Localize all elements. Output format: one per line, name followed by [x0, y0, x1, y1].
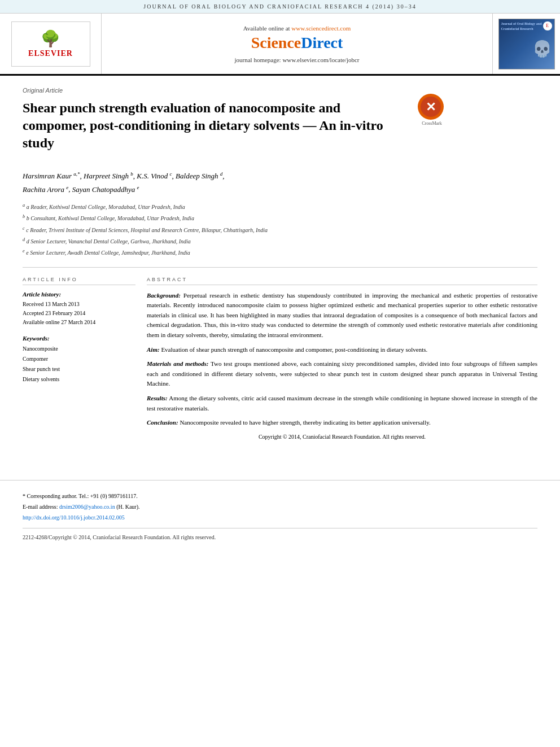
doi-link[interactable]: http://dx.doi.org/10.1016/j.jobcr.2014.0…	[23, 514, 125, 521]
abstract-methods: Materials and methods: Two test groups m…	[147, 359, 537, 389]
elsevier-tree-icon: 🌳	[41, 29, 60, 48]
aim-label: Aim:	[147, 346, 160, 353]
author-4: Baldeep Singh d	[176, 172, 222, 180]
sciencedirect-section: Available online at www.sciencedirect.co…	[102, 14, 492, 74]
affiliation-b: b b Consultant, Kothiwal Dental College,…	[23, 213, 537, 223]
received-date: Received 13 March 2013	[23, 300, 135, 309]
two-column-section: ARTICLE INFO Article history: Received 1…	[23, 267, 537, 446]
journal-homepage-text: journal homepage: www.elsevier.com/locat…	[234, 56, 359, 63]
abstract-heading: ABSTRACT	[147, 277, 537, 285]
doi-link-line: http://dx.doi.org/10.1016/j.jobcr.2014.0…	[23, 513, 537, 522]
abstract-conclusion: Conclusion: Nanocomposite revealed to ha…	[147, 418, 537, 428]
article-body: Original Article Shear punch strength ev…	[0, 76, 560, 457]
footer-area: * Corresponding author. Tel.: +91 (0) 98…	[0, 480, 560, 555]
affiliations: a a Reader, Kothiwal Dental College, Mor…	[23, 202, 537, 258]
background-label: Background:	[147, 292, 181, 299]
article-history: Article history: Received 13 March 2013 …	[23, 291, 135, 327]
crossmark-label: CrossMark	[418, 121, 446, 126]
elsevier-logo-box: 🌳 ELSEVIER	[11, 21, 90, 67]
abstract-copyright: Copyright © 2014, Craniofacial Research …	[147, 433, 537, 442]
journal-cover-image: 💀	[501, 32, 552, 67]
keywords-section: Keywords: Nanocomposite Compomer Shear p…	[23, 335, 135, 385]
email-link[interactable]: drsim2006@yahoo.co.in	[59, 504, 115, 510]
corresponding-author-note: * Corresponding author. Tel.: +91 (0) 98…	[23, 492, 537, 501]
aim-text: Evaluation of shear punch strength of na…	[161, 346, 427, 353]
sciencedirect-url[interactable]: www.sciencedirect.com	[291, 25, 351, 32]
journal-cover-section: Journal of Oral Biology and Craniofacial…	[492, 14, 560, 74]
sciencedirect-logo: ScienceDirect	[251, 34, 343, 52]
authors-list: Harsimran Kaur a,*, Harpreet Singh b, K.…	[23, 169, 537, 196]
article-history-title: Article history:	[23, 291, 135, 298]
journal-bar: JOURNAL OF ORAL BIOLOGY AND CRANIOFACIAL…	[0, 0, 560, 14]
abstract-results: Results: Among the dietary solvents, cit…	[147, 394, 537, 413]
elsevier-wordmark: ELSEVIER	[28, 49, 73, 58]
abstract-text: Background: Perpetual research in esthet…	[147, 291, 537, 442]
article-info-column: ARTICLE INFO Article history: Received 1…	[23, 277, 135, 446]
crossmark-badge: ✕ CrossMark	[418, 94, 446, 122]
email-line: E-mail address: drsim2006@yahoo.co.in (H…	[23, 503, 537, 512]
abstract-background: Background: Perpetual research in esthet…	[147, 291, 537, 340]
author-6: Sayan Chatopaddhya e	[72, 185, 139, 194]
journal-cover: Journal of Oral Biology and Craniofacial…	[498, 19, 555, 69]
available-online-date: Available online 27 March 2014	[23, 318, 135, 327]
available-online-text: Available online at www.sciencedirect.co…	[243, 25, 351, 32]
keyword-3: Shear punch test	[23, 364, 135, 374]
crossmark-circle: ✕	[418, 94, 444, 120]
elsevier-small-logo: E	[543, 21, 552, 30]
abstract-column: ABSTRACT Background: Perpetual research …	[147, 277, 537, 446]
background-text: Perpetual research in esthetic dentistry…	[147, 292, 537, 338]
elsevier-logo-section: 🌳 ELSEVIER	[0, 14, 102, 74]
title-area: Shear punch strength evaluation of nanoc…	[23, 99, 537, 161]
conclusion-text: Nanocomposite revealed to have higher st…	[180, 419, 430, 426]
results-text: Among the dietary solvents, citric acid …	[147, 395, 537, 412]
skull-icon: 💀	[532, 40, 552, 58]
affiliation-d: d d Senior Lecturer, Vananchal Dental Co…	[23, 236, 537, 246]
conclusion-label: Conclusion:	[147, 419, 178, 426]
page-header: 🌳 ELSEVIER Available online at www.scien…	[0, 14, 560, 76]
author-5: Rachita Arora e	[23, 185, 68, 194]
keyword-1: Nanocomposite	[23, 344, 135, 354]
keyword-4: Dietary solvents	[23, 374, 135, 385]
email-label: E-mail address:	[23, 504, 58, 510]
author-2: Harpreet Singh b	[84, 172, 133, 180]
affiliation-a: a a Reader, Kothiwal Dental College, Mor…	[23, 202, 537, 212]
accepted-date: Accepted 23 February 2014	[23, 309, 135, 318]
author-1: Harsimran Kaur a,*	[23, 172, 80, 180]
keywords-title: Keywords:	[23, 335, 135, 342]
keyword-2: Compomer	[23, 354, 135, 364]
methods-label: Materials and methods:	[147, 360, 209, 367]
author-3: K.S. Vinod c	[137, 172, 172, 180]
crossmark-icon: ✕	[419, 95, 442, 118]
article-section-label: Original Article	[23, 87, 537, 94]
journal-bar-text: JOURNAL OF ORAL BIOLOGY AND CRANIOFACIAL…	[143, 3, 416, 10]
affiliation-c: c c Reader, Triveni Institute of Dental …	[23, 225, 537, 235]
footer-bottom: 2212-4268/Copyright © 2014, Craniofacial…	[23, 528, 537, 542]
svg-text:✕: ✕	[426, 100, 436, 114]
article-title: Shear punch strength evaluation of nanoc…	[23, 99, 406, 152]
issn-copyright: 2212-4268/Copyright © 2014, Craniofacial…	[23, 533, 537, 542]
abstract-aim: Aim: Evaluation of shear punch strength …	[147, 345, 537, 355]
email-person: (H. Kaur).	[116, 504, 139, 510]
article-info-heading: ARTICLE INFO	[23, 277, 135, 285]
results-label: Results:	[147, 395, 168, 401]
affiliation-e: e e Senior Lecturer, Awadh Dental Colleg…	[23, 247, 537, 257]
keywords-list: Nanocomposite Compomer Shear punch test …	[23, 344, 135, 385]
